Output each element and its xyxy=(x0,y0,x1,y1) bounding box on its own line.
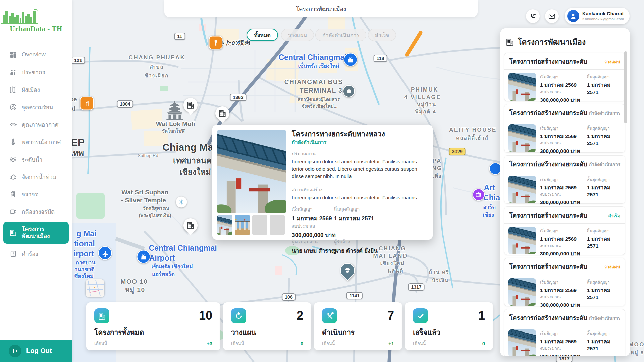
stat-value: 7 xyxy=(387,310,394,322)
panel-scrollbar[interactable] xyxy=(624,51,627,123)
end-value: 1 มกราคม 2571 xyxy=(587,235,622,249)
map-marker-restaurant-icon[interactable] xyxy=(209,36,223,50)
sidebar-item-building[interactable]: โครงการ พัฒนาเมือง xyxy=(3,222,69,244)
map-marker-project-icon[interactable] xyxy=(183,218,198,232)
road-shield: 11 xyxy=(174,33,185,40)
map-marker-restaurant-icon[interactable] xyxy=(80,97,94,110)
project-card-list: โครงการก่อสร้างทางยกระดับ วางแผน เริ่มสั… xyxy=(500,53,630,356)
sidebar-item-people[interactable]: ประชากร xyxy=(3,65,69,79)
building-icon xyxy=(505,38,514,46)
budget-label: งบประมาณ xyxy=(540,345,580,352)
road-shield: 118 xyxy=(374,55,387,62)
end-label: สิ้นสุดสัญญา xyxy=(587,279,622,286)
contact-phone-button[interactable] xyxy=(526,9,540,23)
map-marker-museum-icon[interactable] xyxy=(473,189,485,201)
map-label: จังหวัดเชียงใหม่... xyxy=(302,102,338,110)
end-value: 1 มกราคม 2571 xyxy=(587,183,622,198)
stat-card-building: 10 โครงการทั้งหมด เดือนนี้ +3 xyxy=(86,302,220,350)
filter-pill-0[interactable]: ทั้งหมด xyxy=(247,29,278,41)
project-card[interactable]: โครงการก่อสร้างทางยกระดับ กำลังดำเนินการ… xyxy=(504,104,625,153)
map-label: Chiang Ma xyxy=(162,142,213,153)
project-card-title: โครงการก่อสร้างทางยกระดับ xyxy=(509,210,587,220)
sidebar-item-traffic[interactable]: จราจร xyxy=(3,187,69,201)
budget-value: 300,000,000 บาท xyxy=(540,249,580,258)
page-title-bar: โครงการพัฒนาเมือง xyxy=(164,0,478,17)
stat-value: 2 xyxy=(297,310,303,322)
budget-label: งบประมาณ xyxy=(540,191,580,198)
map-label: ชียงใหม่ xyxy=(74,272,94,280)
map-marker-plane-icon[interactable] xyxy=(98,246,112,260)
map-marker-snow-icon[interactable] xyxy=(176,197,187,208)
map-label: MAI LAND xyxy=(373,253,408,259)
road-shield: 3029 xyxy=(449,148,465,155)
sidebar-item-cctv[interactable]: กล้องวงจรปิด xyxy=(3,204,69,219)
sidebar-item-grid[interactable]: Overview xyxy=(3,47,69,62)
sidebar-item-thermo[interactable]: พยากรณ์อากาศ xyxy=(3,134,69,149)
project-card-status-badge: วางแผน xyxy=(604,58,620,65)
map-label: g Mai xyxy=(77,229,97,238)
user-profile-chip[interactable]: Kankanok Chairat Kankanok.k@gmail.com xyxy=(565,8,630,24)
filter-pill-label: วางแผน xyxy=(288,31,307,39)
minimap-inset[interactable] xyxy=(86,279,104,297)
start-value: 1 มกราคม 2569 xyxy=(540,183,577,192)
budget-label: งบประมาณ xyxy=(540,242,580,249)
stat-period-label: เดือนนี้ xyxy=(322,340,335,347)
map-label: PA xyxy=(432,158,441,164)
map-label: MOO 10 xyxy=(121,278,148,285)
map-label: Wat Sri Suphan xyxy=(121,189,168,196)
map-marker-bluepoi-icon[interactable] xyxy=(489,163,502,175)
map-marker-bag-icon[interactable] xyxy=(344,53,358,67)
map-marker-temple-icon[interactable] xyxy=(164,100,186,120)
avatar xyxy=(567,10,579,22)
sidebar-item-doc[interactable]: คำร้อง xyxy=(3,246,69,261)
filter-pill-2[interactable]: กำลังดำเนินการ xyxy=(315,29,366,41)
photo-thumbnail[interactable] xyxy=(235,215,250,235)
map-marker-poi-icon[interactable] xyxy=(343,85,355,97)
sidebar-item-waves[interactable]: ระดับน้ำ xyxy=(3,152,69,167)
contractor-value: นาย ดำรงค์ ยั่งยืน xyxy=(334,246,378,255)
end-value: 1 มกราคม 2571 xyxy=(587,132,622,146)
logout-button[interactable]: Log Out xyxy=(0,340,72,362)
map-marker-school-icon[interactable] xyxy=(340,263,355,278)
filter-pill-3[interactable]: สำเร็จ xyxy=(368,29,396,41)
map-label: CHANG PHUEAK xyxy=(129,54,185,61)
sidebar-item-flood[interactable]: จัดการน้ำท่วม xyxy=(3,169,69,184)
sidebar-item-map[interactable]: ผังเมือง xyxy=(3,82,69,97)
messages-button[interactable] xyxy=(545,9,559,23)
map-label: แอร์พอร์ต xyxy=(152,270,175,278)
project-card[interactable]: โครงการก่อสร้างทางยกระดับ วางแผน เริ่มสั… xyxy=(504,53,625,101)
project-card[interactable]: โครงการก่อสร้างทางยกระดับ กำลังดำเนินการ… xyxy=(504,309,625,356)
project-card[interactable]: โครงการก่อสร้างทางยกระดับ วางแผน เริ่มสั… xyxy=(504,258,625,306)
route-highlight xyxy=(407,33,421,55)
budget-value: 300,000,000 บาท xyxy=(540,147,580,155)
photo-thumbnail-placeholder[interactable] xyxy=(252,215,267,235)
end-label: สิ้นสุดสัญญา xyxy=(587,330,622,337)
map-marker-bag-icon[interactable] xyxy=(137,250,151,264)
stat-change: 0 xyxy=(482,341,485,346)
cctv-icon xyxy=(9,208,17,216)
project-card[interactable]: โครงการก่อสร้างทางยกระดับ กำลังดำเนินการ… xyxy=(504,155,625,204)
sidebar-item-flame[interactable]: จุดความร้อน xyxy=(3,100,69,114)
project-card[interactable]: โครงการก่อสร้างทางยกระดับ สำเร็จ เริ่มสั… xyxy=(504,206,625,255)
end-label: สิ้นสุดสัญญา xyxy=(334,205,374,213)
map-label: 4 VILLAGE xyxy=(404,94,441,101)
stat-label: โครงการทั้งหมด xyxy=(94,327,212,338)
sidebar-item-mask[interactable]: คุณภาพอากาศ xyxy=(3,117,69,132)
project-card-title: โครงการก่อสร้างทางยกระดับ xyxy=(509,313,587,323)
map-label: คลอดิตี้เฮ้าส์ xyxy=(456,134,489,142)
road-shield: 1363 xyxy=(230,94,246,101)
project-card-title: โครงการก่อสร้างทางยกระดับ xyxy=(509,57,587,66)
quantity-value: Lorem ipsum dolor sit amet consectetur. … xyxy=(292,158,426,180)
traffic-icon xyxy=(9,190,17,198)
map-label: tional xyxy=(74,239,95,248)
filter-pill-1[interactable]: วางแผน xyxy=(281,29,314,41)
map-label: วัดศรีสุพรรณ xyxy=(143,205,169,212)
photo-thumbnail[interactable] xyxy=(217,215,232,235)
end-label: สิ้นสุดสัญญา xyxy=(587,176,622,183)
stat-value: 10 xyxy=(199,310,212,322)
map-label: หมู่ 8 xyxy=(631,349,644,357)
photo-thumbnail-placeholder[interactable] xyxy=(270,215,285,235)
sidebar-item-label: ผังเมือง xyxy=(22,85,40,94)
map-label: แลนด์ xyxy=(388,267,404,275)
map-marker-project-icon[interactable] xyxy=(215,106,229,120)
